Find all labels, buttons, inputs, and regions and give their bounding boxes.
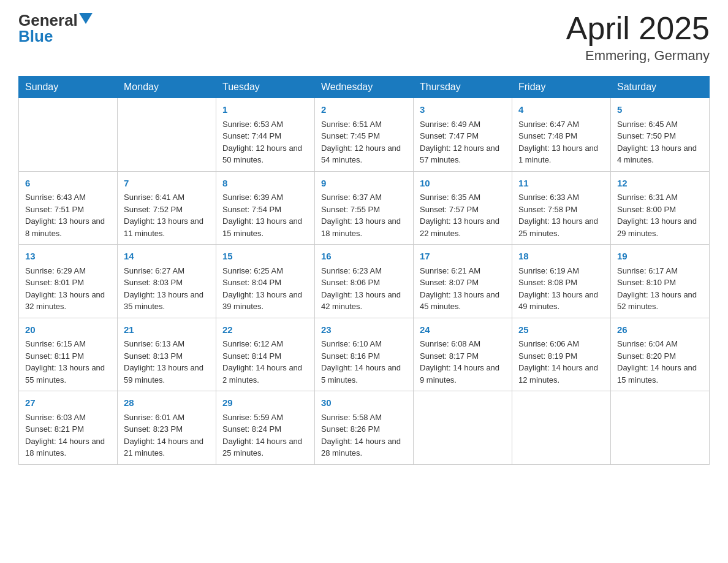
calendar-cell: 21Sunrise: 6:13 AMSunset: 8:13 PMDayligh… bbox=[118, 318, 216, 391]
day-number: 24 bbox=[420, 323, 506, 337]
sunset-text: Sunset: 8:10 PM bbox=[617, 277, 703, 289]
sunrise-text: Sunrise: 6:29 AM bbox=[25, 265, 111, 277]
header-saturday: Saturday bbox=[611, 77, 710, 98]
daylight-text: Daylight: 13 hours and 45 minutes. bbox=[420, 289, 506, 313]
sunset-text: Sunset: 8:01 PM bbox=[25, 277, 111, 289]
calendar-cell bbox=[512, 391, 611, 465]
sunset-text: Sunset: 8:03 PM bbox=[124, 277, 210, 289]
day-number: 8 bbox=[222, 177, 308, 191]
daylight-text: Daylight: 13 hours and 55 minutes. bbox=[25, 362, 111, 386]
page-header: General Blue April 2025 Emmering, German… bbox=[18, 12, 710, 64]
sunset-text: Sunset: 7:52 PM bbox=[124, 204, 210, 216]
day-number: 20 bbox=[25, 323, 111, 337]
sunrise-text: Sunrise: 6:51 AM bbox=[321, 118, 407, 131]
calendar-cell: 3Sunrise: 6:49 AMSunset: 7:47 PMDaylight… bbox=[414, 98, 512, 172]
sunrise-text: Sunrise: 6:15 AM bbox=[25, 338, 111, 350]
calendar-cell: 24Sunrise: 6:08 AMSunset: 8:17 PMDayligh… bbox=[414, 318, 512, 391]
calendar-cell: 6Sunrise: 6:43 AMSunset: 7:51 PMDaylight… bbox=[19, 171, 118, 245]
day-number: 30 bbox=[321, 396, 407, 410]
calendar-cell: 13Sunrise: 6:29 AMSunset: 8:01 PMDayligh… bbox=[19, 245, 118, 318]
daylight-text: Daylight: 13 hours and 32 minutes. bbox=[25, 289, 111, 313]
daylight-text: Daylight: 13 hours and 49 minutes. bbox=[518, 289, 604, 313]
day-number: 13 bbox=[25, 250, 111, 264]
logo: General Blue bbox=[18, 12, 93, 44]
week-row-2: 6Sunrise: 6:43 AMSunset: 7:51 PMDaylight… bbox=[19, 171, 710, 245]
calendar-cell: 18Sunrise: 6:19 AMSunset: 8:08 PMDayligh… bbox=[512, 245, 611, 318]
daylight-text: Daylight: 14 hours and 5 minutes. bbox=[321, 362, 407, 386]
daylight-text: Daylight: 14 hours and 18 minutes. bbox=[25, 435, 111, 459]
day-number: 6 bbox=[25, 177, 111, 191]
calendar-cell bbox=[414, 391, 512, 465]
calendar-table: SundayMondayTuesdayWednesdayThursdayFrid… bbox=[18, 76, 710, 465]
sunrise-text: Sunrise: 5:59 AM bbox=[222, 412, 308, 424]
sunset-text: Sunset: 8:06 PM bbox=[321, 277, 407, 289]
sunrise-text: Sunrise: 6:47 AM bbox=[518, 118, 604, 131]
sunrise-text: Sunrise: 6:39 AM bbox=[222, 191, 308, 204]
calendar-cell: 25Sunrise: 6:06 AMSunset: 8:19 PMDayligh… bbox=[512, 318, 611, 391]
page-subtitle: Emmering, Germany bbox=[566, 48, 710, 64]
sunset-text: Sunset: 7:51 PM bbox=[25, 204, 111, 216]
day-number: 16 bbox=[321, 250, 407, 264]
sunset-text: Sunset: 8:08 PM bbox=[518, 277, 604, 289]
sunset-text: Sunset: 8:04 PM bbox=[222, 277, 308, 289]
calendar-cell: 26Sunrise: 6:04 AMSunset: 8:20 PMDayligh… bbox=[611, 318, 710, 391]
week-row-5: 27Sunrise: 6:03 AMSunset: 8:21 PMDayligh… bbox=[19, 391, 710, 465]
sunset-text: Sunset: 8:20 PM bbox=[617, 350, 703, 362]
calendar-cell: 2Sunrise: 6:51 AMSunset: 7:45 PMDaylight… bbox=[315, 98, 414, 172]
page-title: April 2025 bbox=[566, 12, 710, 44]
sunset-text: Sunset: 7:54 PM bbox=[222, 204, 308, 216]
day-number: 27 bbox=[25, 396, 111, 410]
calendar-cell: 22Sunrise: 6:12 AMSunset: 8:14 PMDayligh… bbox=[216, 318, 315, 391]
calendar-cell: 16Sunrise: 6:23 AMSunset: 8:06 PMDayligh… bbox=[315, 245, 414, 318]
week-row-3: 13Sunrise: 6:29 AMSunset: 8:01 PMDayligh… bbox=[19, 245, 710, 318]
day-number: 26 bbox=[617, 323, 703, 337]
day-number: 2 bbox=[321, 103, 407, 117]
calendar-cell: 8Sunrise: 6:39 AMSunset: 7:54 PMDaylight… bbox=[216, 171, 315, 245]
day-number: 23 bbox=[321, 323, 407, 337]
day-number: 21 bbox=[124, 323, 210, 337]
daylight-text: Daylight: 13 hours and 4 minutes. bbox=[617, 142, 703, 166]
sunrise-text: Sunrise: 6:10 AM bbox=[321, 338, 407, 350]
sunset-text: Sunset: 7:58 PM bbox=[518, 204, 604, 216]
daylight-text: Daylight: 14 hours and 9 minutes. bbox=[420, 362, 506, 386]
calendar-cell: 1Sunrise: 6:53 AMSunset: 7:44 PMDaylight… bbox=[216, 98, 315, 172]
sunset-text: Sunset: 8:13 PM bbox=[124, 350, 210, 362]
day-number: 15 bbox=[222, 250, 308, 264]
sunrise-text: Sunrise: 6:23 AM bbox=[321, 265, 407, 277]
sunrise-text: Sunrise: 6:04 AM bbox=[617, 338, 703, 350]
sunset-text: Sunset: 8:17 PM bbox=[420, 350, 506, 362]
logo-triangle-icon bbox=[79, 13, 93, 26]
day-number: 29 bbox=[222, 396, 308, 410]
calendar-cell: 28Sunrise: 6:01 AMSunset: 8:23 PMDayligh… bbox=[118, 391, 216, 465]
sunrise-text: Sunrise: 5:58 AM bbox=[321, 412, 407, 424]
calendar-cell: 27Sunrise: 6:03 AMSunset: 8:21 PMDayligh… bbox=[19, 391, 118, 465]
day-number: 4 bbox=[518, 103, 604, 117]
header-thursday: Thursday bbox=[414, 77, 512, 98]
calendar-cell: 12Sunrise: 6:31 AMSunset: 8:00 PMDayligh… bbox=[611, 171, 710, 245]
calendar-cell: 10Sunrise: 6:35 AMSunset: 7:57 PMDayligh… bbox=[414, 171, 512, 245]
daylight-text: Daylight: 13 hours and 18 minutes. bbox=[321, 215, 407, 239]
daylight-text: Daylight: 14 hours and 2 minutes. bbox=[222, 362, 308, 386]
daylight-text: Daylight: 13 hours and 52 minutes. bbox=[617, 289, 703, 313]
daylight-text: Daylight: 12 hours and 54 minutes. bbox=[321, 142, 407, 166]
logo-blue-text: Blue bbox=[18, 28, 93, 44]
daylight-text: Daylight: 14 hours and 12 minutes. bbox=[518, 362, 604, 386]
calendar-cell: 17Sunrise: 6:21 AMSunset: 8:07 PMDayligh… bbox=[414, 245, 512, 318]
logo-general-text: General bbox=[18, 12, 78, 28]
calendar-cell: 4Sunrise: 6:47 AMSunset: 7:48 PMDaylight… bbox=[512, 98, 611, 172]
day-number: 11 bbox=[518, 177, 604, 191]
sunrise-text: Sunrise: 6:41 AM bbox=[124, 191, 210, 204]
calendar-cell bbox=[118, 98, 216, 172]
calendar-cell: 5Sunrise: 6:45 AMSunset: 7:50 PMDaylight… bbox=[611, 98, 710, 172]
daylight-text: Daylight: 12 hours and 57 minutes. bbox=[420, 142, 506, 166]
sunset-text: Sunset: 8:19 PM bbox=[518, 350, 604, 362]
sunrise-text: Sunrise: 6:49 AM bbox=[420, 118, 506, 131]
daylight-text: Daylight: 13 hours and 59 minutes. bbox=[124, 362, 210, 386]
sunrise-text: Sunrise: 6:17 AM bbox=[617, 265, 703, 277]
daylight-text: Daylight: 13 hours and 29 minutes. bbox=[617, 215, 703, 239]
daylight-text: Daylight: 13 hours and 25 minutes. bbox=[518, 215, 604, 239]
day-number: 17 bbox=[420, 250, 506, 264]
sunrise-text: Sunrise: 6:45 AM bbox=[617, 118, 703, 131]
sunrise-text: Sunrise: 6:37 AM bbox=[321, 191, 407, 204]
day-number: 12 bbox=[617, 177, 703, 191]
